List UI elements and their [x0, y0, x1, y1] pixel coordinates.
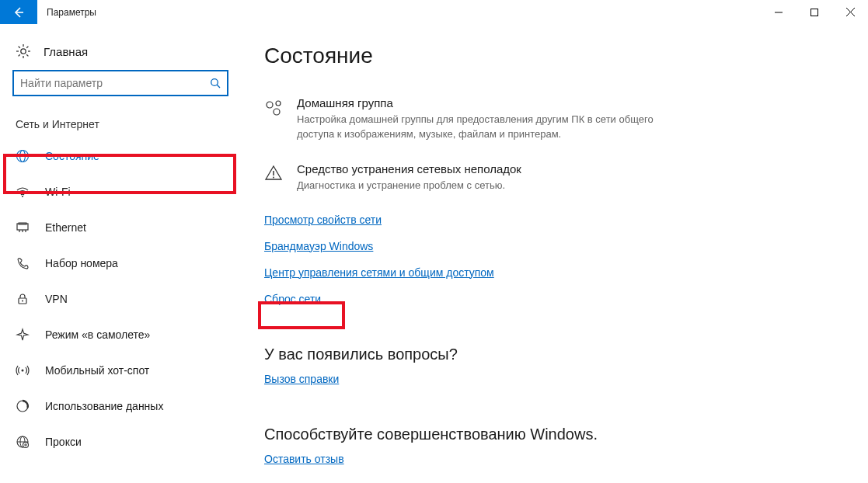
content: Состояние Домашняя группа Настройка дома… — [241, 25, 868, 483]
nav-item-dialup[interactable]: Набор номера — [0, 245, 241, 281]
titlebar: Параметры — [0, 0, 868, 25]
link-network-reset[interactable]: Сброс сети — [264, 293, 321, 305]
nav-label: Ethernet — [45, 221, 86, 234]
questions-heading: У вас появились вопросы? — [264, 346, 845, 363]
homegroup-icon — [264, 96, 284, 142]
svg-point-33 — [267, 102, 273, 108]
minimize-icon — [775, 9, 783, 16]
home-link[interactable]: Главная — [0, 39, 241, 70]
nav-item-status[interactable]: Состояние — [0, 138, 241, 174]
page-title: Состояние — [264, 43, 845, 68]
window-controls — [761, 0, 868, 24]
svg-point-4 — [21, 49, 26, 54]
minimize-button[interactable] — [761, 0, 797, 24]
svg-point-31 — [23, 443, 29, 448]
nav-item-data-usage[interactable]: Использование данных — [0, 388, 241, 424]
nav-label: Режим «в самолете» — [45, 328, 150, 341]
proxy-icon — [16, 435, 31, 449]
svg-point-25 — [22, 301, 23, 302]
nav-item-vpn[interactable]: VPN — [0, 281, 241, 317]
window-title: Параметры — [37, 0, 96, 24]
airplane-icon — [16, 328, 31, 342]
nav-label: VPN — [45, 293, 68, 305]
svg-line-9 — [19, 47, 20, 48]
category-label: Сеть и Интернет — [0, 110, 241, 138]
troubleshoot-desc: Диагностика и устранение проблем с сетью… — [297, 179, 521, 193]
nav-item-proxy[interactable]: Прокси — [0, 424, 241, 460]
nav-label: Wi-Fi — [45, 186, 71, 198]
ethernet-icon — [16, 221, 31, 235]
homegroup-title: Домашняя группа — [297, 96, 668, 109]
svg-point-37 — [273, 176, 274, 178]
close-button[interactable] — [832, 0, 868, 24]
svg-point-26 — [22, 370, 24, 372]
svg-line-11 — [26, 47, 28, 48]
svg-line-14 — [217, 85, 220, 88]
globe-icon — [16, 149, 31, 163]
search-box[interactable] — [12, 70, 228, 96]
link-firewall[interactable]: Брандмауэр Windows — [264, 240, 373, 252]
svg-point-35 — [274, 109, 280, 115]
svg-point-18 — [22, 196, 23, 197]
svg-line-12 — [19, 54, 20, 56]
hotspot-icon — [16, 363, 31, 377]
link-feedback[interactable]: Оставить отзыв — [264, 453, 344, 465]
svg-point-13 — [211, 79, 218, 86]
back-button[interactable] — [0, 0, 37, 24]
nav-list: Состояние Wi-Fi Ethernet Набор номера — [0, 138, 241, 460]
nav-label: Использование данных — [45, 400, 163, 412]
data-usage-icon — [16, 399, 31, 413]
search-icon — [210, 78, 221, 89]
nav-label: Мобильный хот-спот — [45, 364, 149, 377]
nav-label: Прокси — [45, 436, 82, 448]
troubleshoot-row[interactable]: Средство устранения сетевых неполадок Ди… — [264, 162, 668, 193]
svg-rect-1 — [811, 9, 818, 16]
troubleshoot-title: Средство устранения сетевых неполадок — [297, 162, 521, 175]
link-view-properties[interactable]: Просмотр свойств сети — [264, 214, 382, 226]
svg-point-34 — [276, 101, 281, 106]
nav-item-hotspot[interactable]: Мобильный хот-спот — [0, 353, 241, 388]
sidebar: Главная Сеть и Интернет Состояние — [0, 25, 241, 483]
nav-label: Набор номера — [45, 257, 118, 269]
homegroup-desc: Настройка домашней группы для предоставл… — [297, 113, 668, 142]
nav-item-ethernet[interactable]: Ethernet — [0, 210, 241, 245]
maximize-button[interactable] — [797, 0, 832, 24]
link-sharing-center[interactable]: Центр управления сетями и общим доступом — [264, 266, 494, 279]
search-input[interactable] — [20, 77, 210, 89]
home-label: Главная — [44, 45, 88, 58]
vpn-icon — [16, 292, 31, 306]
close-icon — [846, 8, 855, 16]
gear-icon — [16, 43, 31, 59]
arrow-left-icon — [12, 6, 25, 19]
link-help[interactable]: Вызов справки — [264, 373, 339, 385]
warning-icon — [264, 162, 284, 193]
svg-line-10 — [26, 54, 28, 56]
maximize-icon — [810, 9, 818, 16]
nav-item-wifi[interactable]: Wi-Fi — [0, 174, 241, 210]
wifi-icon — [16, 185, 31, 199]
improve-heading: Способствуйте совершенствованию Windows. — [264, 426, 845, 443]
dialup-icon — [16, 256, 31, 270]
homegroup-row[interactable]: Домашняя группа Настройка домашней групп… — [264, 96, 668, 142]
nav-item-airplane[interactable]: Режим «в самолете» — [0, 317, 241, 353]
nav-label: Состояние — [45, 150, 99, 162]
